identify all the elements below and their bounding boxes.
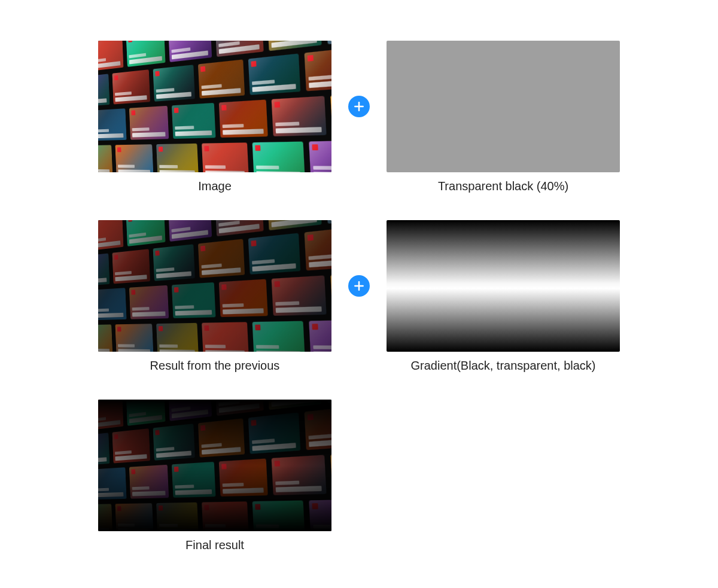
thumbnail-poster bbox=[98, 108, 127, 141]
thumbnail-poster bbox=[153, 65, 195, 102]
thumbnail-poster bbox=[98, 145, 112, 172]
thumbnail-wall-inner bbox=[98, 41, 331, 172]
thumbnail-poster bbox=[267, 41, 322, 51]
thumbnail-poster bbox=[198, 59, 245, 98]
swatch-black40 bbox=[387, 41, 620, 172]
thumbnail-poster bbox=[202, 142, 249, 172]
plus-icon bbox=[348, 96, 370, 117]
thumbnail-poster bbox=[98, 41, 123, 71]
thumbnail-poster bbox=[168, 41, 212, 62]
thumbnail-poster bbox=[330, 92, 331, 135]
thumbnail-poster bbox=[309, 141, 331, 172]
panel-result-previous bbox=[98, 220, 331, 352]
thumbnail-poster bbox=[248, 54, 300, 95]
thumbnail-poster bbox=[156, 144, 199, 172]
thumbnail-poster bbox=[219, 100, 268, 138]
caption-overlay2: Gradient(Black, transparent, black) bbox=[387, 359, 620, 373]
caption-final: Final result bbox=[98, 538, 331, 552]
diagram-canvas: Image Transparent black (40%) Result fro… bbox=[0, 0, 718, 588]
thumbnail-wall bbox=[98, 41, 331, 172]
thumbnail-poster bbox=[115, 144, 153, 172]
thumbnail-poster bbox=[272, 96, 327, 136]
thumbnail-poster bbox=[126, 41, 166, 67]
thumbnail-poster bbox=[129, 106, 169, 140]
caption-overlay1: Transparent black (40%) bbox=[387, 179, 620, 193]
thumbnail-row bbox=[98, 140, 331, 172]
overlay-black40 bbox=[98, 220, 331, 352]
thumbnail-poster bbox=[172, 103, 215, 139]
thumbnail-poster bbox=[215, 41, 263, 57]
thumbnail-poster bbox=[112, 69, 150, 104]
caption-result-previous: Result from the previous bbox=[98, 359, 331, 373]
thumbnail-poster bbox=[305, 47, 331, 91]
caption-image: Image bbox=[98, 179, 331, 193]
panel-final-result bbox=[98, 400, 331, 531]
thumbnail-poster bbox=[252, 142, 305, 172]
thumbnail-poster bbox=[325, 41, 331, 44]
panel-image bbox=[98, 41, 331, 172]
overlay-gradient bbox=[98, 400, 331, 531]
swatch-gradient bbox=[387, 220, 620, 352]
plus-icon bbox=[348, 275, 370, 297]
panel-overlay-black40 bbox=[387, 41, 620, 172]
thumbnail-poster bbox=[98, 74, 109, 106]
panel-overlay-gradient bbox=[387, 220, 620, 352]
